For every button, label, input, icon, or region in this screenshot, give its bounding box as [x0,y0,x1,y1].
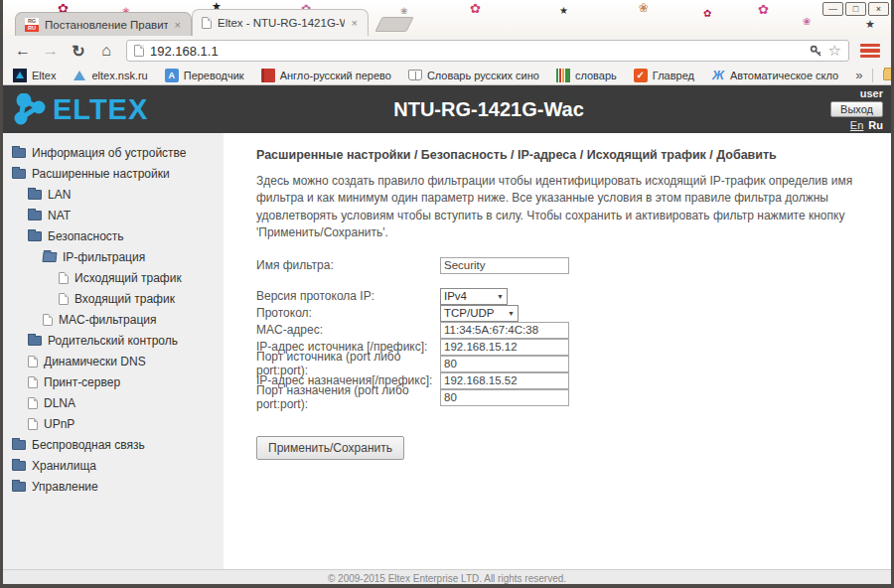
nav-label: MAC-фильтрация [59,313,156,327]
source-ip-input[interactable] [440,339,569,356]
sidebar-item-mac-filtering[interactable]: MAC-фильтрация [3,309,224,330]
bookmark-label: eltex.nsk.ru [91,70,147,81]
form-row: Порт назначения (port либо port:port): [256,389,871,406]
sidebar-nav: Информация об устройстве Расширенные нас… [3,133,224,569]
lang-en-link[interactable]: En [850,119,863,131]
sidebar-item-wireless[interactable]: Беспроводная связь [3,434,224,455]
sidebar-item-security[interactable]: Безопасность [3,225,224,246]
nav-label: Информация об устройстве [32,146,187,160]
apply-save-button[interactable]: Применить/Сохранить [256,436,404,460]
sidebar-item-nat[interactable]: NAT [3,205,224,225]
bookmark-label: Переводчик [184,70,244,81]
translate-icon: A [165,69,179,82]
filter-form: Имя фильтра: Версия протокола IP: IPv4 ▼… [256,256,871,460]
nav-label: NAT [48,209,71,222]
window-maximize-button[interactable]: □ [845,2,866,16]
other-bookmarks-button[interactable]: Другие закладки [883,70,894,81]
sidebar-item-outgoing-traffic[interactable]: Исходящий трафик [3,267,224,288]
theme-flower: ✿ [470,1,481,16]
nav-label: DLNA [44,396,75,410]
bookmarks-overflow-icon[interactable]: » [855,68,862,82]
theme-star: ★ [865,18,875,31]
source-port-input[interactable] [440,356,569,372]
bookmark-auto-declension[interactable]: Ж Автоматическое скло [711,69,838,82]
new-tab-button[interactable] [374,17,413,32]
filter-name-input[interactable] [440,257,569,274]
books-row-icon [556,69,570,82]
folder-icon [28,336,42,346]
tab-postanovlenie[interactable]: RGRU Постановление Правитель × [15,12,192,36]
key-icon[interactable] [810,45,822,58]
content-area: Расширенные настройки / Безопасность / I… [224,133,891,569]
browser-toolbar: ← → ↻ ⌂ 192.168.1.1 ☆ [3,36,891,66]
form-row: Имя фильтра: [256,256,871,275]
url-text[interactable]: 192.168.1.1 [150,44,804,59]
tab-eltex-active[interactable]: Eltex - NTU-RG-1421G-Wac × [192,9,369,36]
chevron-down-icon: ▼ [508,310,515,317]
page-icon [59,293,69,305]
theme-flower: ❀ [639,1,649,15]
device-title: NTU-RG-1421G-Wac [393,98,584,121]
menu-bar [860,55,880,59]
sidebar-item-device-info[interactable]: Информация об устройстве [3,142,224,163]
red-book-icon [261,69,275,82]
sidebar-item-ip-filtering[interactable]: IP-фильтрация [3,246,224,267]
bookmark-eltex[interactable]: Eltex [13,69,56,82]
dest-ip-input[interactable] [440,372,569,389]
dest-port-input[interactable] [440,389,569,406]
sidebar-item-management[interactable]: Управление [3,476,224,497]
refresh-icon[interactable]: ↻ [67,42,90,61]
tab-close-icon[interactable]: × [174,19,182,31]
protocol-select[interactable]: TCP/UDP ▼ [440,305,519,322]
bookmark-dictionary[interactable]: словарь [556,69,617,82]
bookmark-translator[interactable]: A Переводчик [165,69,244,82]
ip-version-select[interactable]: IPv4 ▼ [440,288,508,305]
window-minimize-button[interactable]: — [822,2,843,16]
page-favicon [202,17,212,29]
tab-close-icon[interactable]: × [351,17,359,29]
sidebar-item-parental-control[interactable]: Родительский контроль [3,330,224,351]
theme-flower: ✿ [703,8,711,19]
browser-menu-icon[interactable] [857,41,883,61]
bookmarks-right-group: » Другие закладки [855,68,894,82]
sidebar-item-lan[interactable]: LAN [3,184,224,205]
eltex-logo-icon [13,69,27,82]
sidebar-item-dlna[interactable]: DLNA [3,392,224,413]
open-folder-icon [42,252,57,262]
bookmark-en-ru-dictionary[interactable]: Англо-русский перево [261,69,391,82]
folder-icon [12,169,26,179]
page-description: Здесь можно создать правило фильтрации ч… [256,173,860,242]
bookmark-star-icon[interactable]: ☆ [828,42,841,60]
tab-strip: RGRU Постановление Правитель × Eltex - N… [15,9,410,36]
nav-label: Беспроводная связь [32,438,145,452]
sidebar-item-incoming-traffic[interactable]: Входящий трафик [3,288,224,309]
page-icon [28,356,38,368]
selected-value: TCP/UDP [444,307,494,319]
sidebar-item-dynamic-dns[interactable]: Динамически DNS [3,351,224,371]
folder-icon [12,148,26,158]
bookmarks-bar: Eltex eltex.nsk.ru A Переводчик Англо-ру… [3,66,891,85]
sidebar-item-upnp[interactable]: UPnP [3,413,224,434]
bookmark-glavred[interactable]: ✓ Главред [634,69,694,82]
address-bar[interactable]: 192.168.1.1 ☆ [126,40,849,62]
bookmark-eltex-nsk[interactable]: eltex.nsk.ru [73,69,147,82]
home-icon[interactable]: ⌂ [94,42,118,60]
sidebar-item-storage[interactable]: Хранилища [3,455,224,476]
nav-label: UPnP [44,417,74,431]
sidebar-item-print-server[interactable]: Принт-сервер [3,371,224,392]
browser-window: ✿ ❀ ★ ✿ ❀ ✿ ★ ❀ ✿ ✿ ❀ ★ — □ × RGRU Поста… [0,0,894,588]
nav-label: Принт-сервер [44,375,120,389]
filter-name-label: Имя фильтра: [256,258,440,272]
theme-flower: ❀ [803,16,811,27]
mac-address-input[interactable] [440,322,569,339]
window-controls: — □ × [822,2,889,16]
back-icon[interactable]: ← [11,42,35,60]
page-icon [59,272,69,284]
nav-label: Родительский контроль [48,334,178,348]
sidebar-item-advanced-settings[interactable]: Расширенные настройки [3,163,224,184]
tab-title: Постановление Правитель [45,19,168,31]
bookmark-synonyms-dictionary[interactable]: Словарь русских сино [408,70,539,81]
window-close-button[interactable]: × [868,2,889,16]
logout-button[interactable]: Выход [830,101,883,117]
forward-icon[interactable]: → [39,42,63,60]
